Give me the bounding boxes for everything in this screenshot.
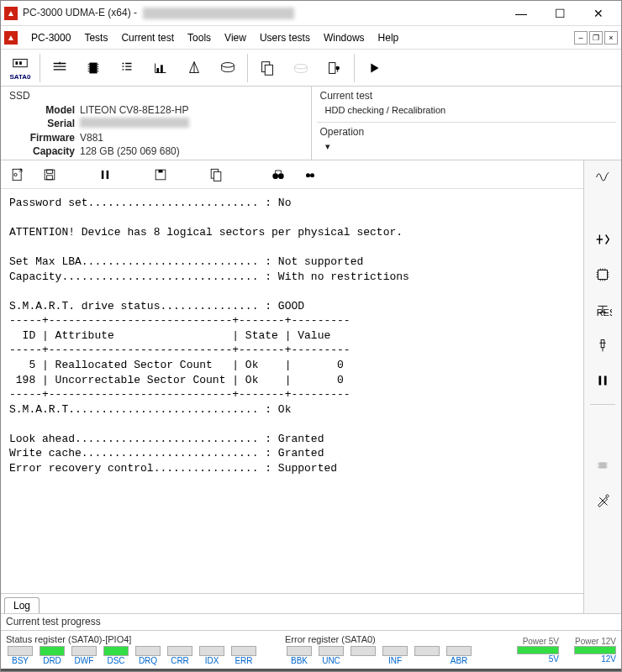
mdi-restore[interactable]: ❐ bbox=[589, 31, 603, 45]
svg-rect-5 bbox=[161, 65, 163, 72]
svg-point-23 bbox=[272, 173, 278, 179]
tb-btn-1[interactable] bbox=[45, 53, 74, 83]
reg-name: ABR bbox=[451, 656, 468, 665]
tb-btn-play[interactable] bbox=[360, 53, 388, 83]
menu-app[interactable]: PC-3000 bbox=[24, 29, 77, 46]
log-save2-button[interactable] bbox=[150, 165, 171, 185]
log-copy-button[interactable] bbox=[206, 165, 226, 185]
register-bar: Status register (SATA0)-[PIO4] BSYDRDDWF… bbox=[1, 630, 621, 669]
mdi-close[interactable]: × bbox=[604, 31, 618, 45]
copy-icon bbox=[208, 166, 224, 183]
progress-bar: Current test progress bbox=[1, 613, 621, 630]
menu-help[interactable]: Help bbox=[372, 29, 406, 46]
tb-btn-copy[interactable] bbox=[253, 53, 282, 83]
rp-btn-2[interactable] bbox=[589, 228, 616, 251]
current-test-header: Current test bbox=[317, 88, 617, 103]
tb-btn-5[interactable] bbox=[180, 53, 208, 83]
reg-name: DRQ bbox=[139, 656, 157, 665]
error-reg-label: Error register (SATA0) bbox=[285, 634, 473, 644]
tb-btn-6[interactable] bbox=[213, 53, 242, 83]
menubar: ▲ PC-3000 Tests Current test Tools View … bbox=[1, 26, 621, 50]
log-tabs: Log bbox=[1, 593, 583, 613]
toolbar: SATA0 bbox=[1, 50, 621, 87]
mdi-minimize[interactable]: – bbox=[574, 31, 588, 45]
reg-box bbox=[167, 646, 192, 656]
rp-btn-3[interactable] bbox=[589, 263, 616, 286]
power-12v-bar bbox=[574, 646, 616, 654]
log-pause-button[interactable] bbox=[95, 165, 115, 185]
chip3-icon bbox=[593, 456, 612, 475]
svg-rect-30 bbox=[598, 376, 601, 386]
log-find-next-button[interactable] bbox=[300, 165, 320, 185]
rp-btn-5[interactable] bbox=[589, 333, 616, 357]
tb-btn-exit[interactable] bbox=[320, 53, 349, 83]
reg-DRD: DRD bbox=[38, 646, 66, 665]
reg-box bbox=[40, 646, 65, 656]
reg-CRR: CRR bbox=[166, 646, 194, 665]
reg-box bbox=[199, 646, 224, 656]
minimize-button[interactable]: — bbox=[502, 1, 540, 26]
tb-btn-disk2[interactable] bbox=[287, 53, 315, 83]
new-doc-icon bbox=[9, 166, 26, 183]
model-label: Model bbox=[6, 104, 80, 116]
log-save-button[interactable] bbox=[40, 165, 60, 185]
port-button[interactable]: SATA0 bbox=[6, 53, 34, 83]
reg-UNC: UNC bbox=[317, 646, 345, 665]
main-panel: Password set.......................... :… bbox=[1, 160, 584, 613]
reg-ERR: ERR bbox=[229, 646, 258, 665]
io-icon bbox=[593, 230, 612, 249]
close-button[interactable]: ✕ bbox=[579, 1, 618, 26]
log-text-area[interactable]: Password set.......................... :… bbox=[1, 189, 583, 593]
menu-view[interactable]: View bbox=[218, 29, 253, 46]
capacity-label: Capacity bbox=[6, 145, 80, 157]
menu-tests[interactable]: Tests bbox=[77, 29, 114, 46]
tb-btn-2[interactable] bbox=[79, 53, 108, 83]
progress-label: Current test progress bbox=[6, 616, 101, 627]
svg-point-6 bbox=[222, 62, 235, 67]
reg-DRQ: DRQ bbox=[134, 646, 162, 665]
ssd-header: SSD bbox=[6, 88, 306, 103]
reg-box bbox=[287, 646, 312, 656]
tb-btn-3[interactable] bbox=[113, 53, 141, 83]
svg-point-26 bbox=[310, 173, 314, 177]
reg-BSY: BSY bbox=[6, 646, 34, 665]
menu-users-tests[interactable]: Users tests bbox=[253, 29, 317, 46]
title-redacted bbox=[143, 8, 294, 19]
svg-text:RESET: RESET bbox=[597, 307, 612, 318]
main-area: Password set.......................... :… bbox=[1, 160, 621, 613]
disk-icon-2 bbox=[292, 59, 310, 77]
tb-btn-4[interactable] bbox=[146, 53, 175, 83]
operation-dropdown[interactable]: ▾ bbox=[317, 139, 617, 154]
firmware-label: Firmware bbox=[6, 132, 80, 144]
title-text: PC-3000 UDMA-E (x64) - bbox=[23, 7, 140, 18]
rp-btn-tools[interactable] bbox=[589, 489, 616, 512]
app-icon-small: ▲ bbox=[4, 31, 18, 45]
serial-label: Serial bbox=[6, 118, 80, 130]
reg-DSC: DSC bbox=[102, 646, 130, 665]
exit-icon bbox=[325, 59, 344, 77]
toolbar-divider bbox=[40, 54, 40, 82]
menu-current-test[interactable]: Current test bbox=[114, 29, 181, 46]
list-icon bbox=[118, 59, 136, 77]
svg-point-11 bbox=[335, 66, 340, 70]
log-find-button[interactable] bbox=[268, 165, 288, 185]
maximize-button[interactable]: ☐ bbox=[540, 1, 579, 26]
rp-btn-pause[interactable] bbox=[589, 369, 616, 392]
reg-box bbox=[135, 646, 161, 656]
menu-windows[interactable]: Windows bbox=[317, 29, 372, 46]
serial-value bbox=[80, 118, 189, 130]
tab-log[interactable]: Log bbox=[4, 597, 40, 613]
menu-tools[interactable]: Tools bbox=[181, 29, 218, 46]
info-bar: SSD ModelLITEON CV8-8E128-HP Serial Firm… bbox=[1, 87, 621, 160]
rp-btn-chip3[interactable] bbox=[589, 454, 616, 477]
copy-pages-icon bbox=[258, 59, 277, 77]
rp-divider bbox=[590, 404, 615, 405]
rp-btn-reset[interactable]: RESET bbox=[589, 298, 616, 322]
disk-icon bbox=[219, 59, 237, 77]
reg-box bbox=[446, 646, 472, 656]
rp-btn-1[interactable] bbox=[589, 165, 616, 189]
log-new-button[interactable] bbox=[8, 165, 28, 185]
reg-box bbox=[319, 646, 344, 656]
reg-box bbox=[351, 646, 376, 656]
reg-name: UNC bbox=[322, 656, 340, 665]
